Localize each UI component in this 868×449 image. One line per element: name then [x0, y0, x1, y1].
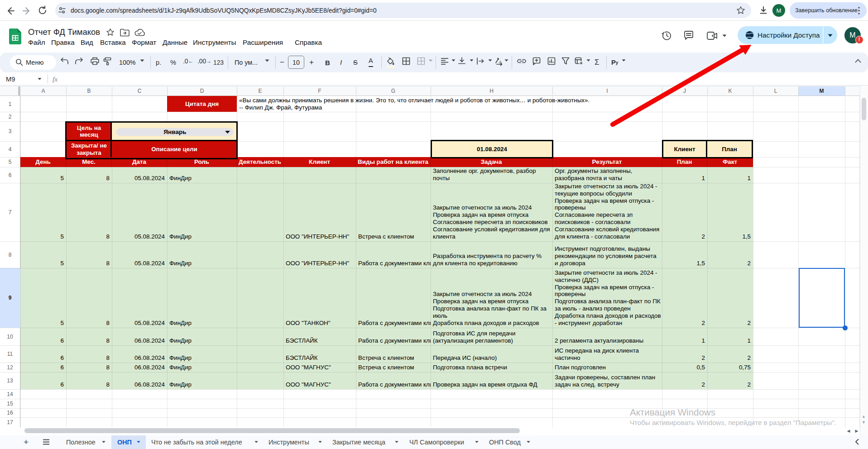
svg-text:A: A [499, 60, 502, 64]
